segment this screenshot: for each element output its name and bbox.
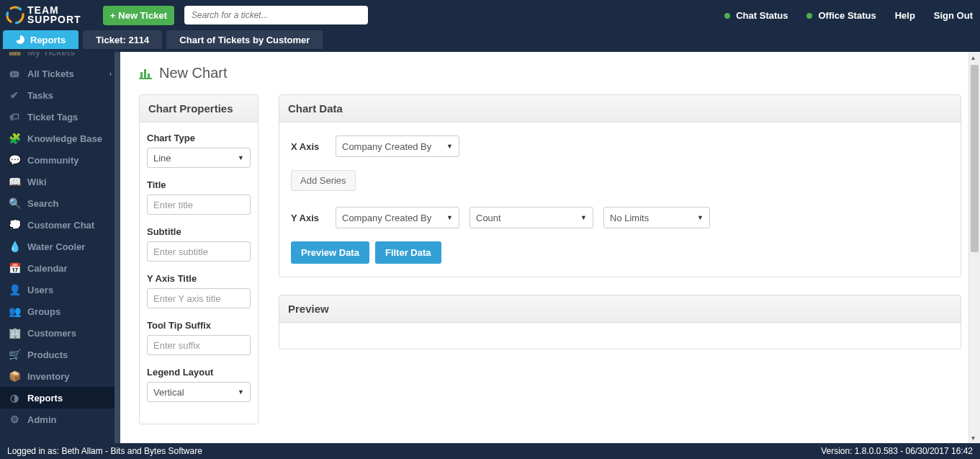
sign-out-link[interactable]: Sign Out xyxy=(934,10,973,21)
scroll-thumb[interactable] xyxy=(971,65,979,252)
box-icon: 📦 xyxy=(9,370,20,382)
sidebar-item-my-tickets[interactable]: 🎫My Tickets xyxy=(0,52,120,63)
yaxis-limit-select[interactable]: No Limits▼ xyxy=(603,207,710,228)
preview-data-button[interactable]: Preview Data xyxy=(291,241,369,264)
sidebar: 🎫My Tickets🎟All Tickets›✔Tasks🏷Ticket Ta… xyxy=(0,52,120,443)
content-scrollbar[interactable]: ▴ ▾ xyxy=(968,52,980,443)
office-status[interactable]: Office Status xyxy=(806,10,876,21)
sidebar-item-label: Reports xyxy=(27,393,63,404)
search-icon: 🔍 xyxy=(9,197,20,209)
help-link[interactable]: Help xyxy=(895,10,915,21)
sidebar-item-reports[interactable]: ◑Reports xyxy=(0,387,120,409)
tabs-bar: Reports Ticket: 2114 Chart of Tickets by… xyxy=(0,30,980,52)
chevron-down-icon: ▼ xyxy=(238,154,244,161)
page-title-row: New Chart xyxy=(139,65,961,81)
svg-rect-5 xyxy=(148,73,150,78)
sidebar-item-ticket-tags[interactable]: 🏷Ticket Tags xyxy=(0,106,120,128)
chart-data-panel: Chart Data X Axis Company Created By▼ Ad… xyxy=(279,94,961,277)
sidebar-item-water-cooler[interactable]: 💧Water Cooler xyxy=(0,236,120,257)
tab-reports[interactable]: Reports xyxy=(3,30,78,49)
sidebar-item-label: Inventory xyxy=(27,371,70,382)
search-input[interactable] xyxy=(184,6,368,24)
yaxis-field-select[interactable]: Company Created By▼ xyxy=(336,207,459,228)
sidebar-item-label: All Tickets xyxy=(27,68,74,79)
tab-chart[interactable]: Chart of Tickets by Customer xyxy=(166,30,323,49)
topbar: TEAM SUPPORT + New Ticket Chat Status Of… xyxy=(0,0,980,30)
sidebar-item-community[interactable]: 💬Community xyxy=(0,149,120,171)
svg-rect-4 xyxy=(144,69,146,78)
svg-rect-2 xyxy=(139,78,152,79)
sidebar-item-label: Search xyxy=(27,198,58,209)
sidebar-item-label: Customer Chat xyxy=(27,220,94,231)
cart-icon: 🛒 xyxy=(9,349,20,360)
sidebar-item-customers[interactable]: 🏢Customers xyxy=(0,322,120,344)
chat-status[interactable]: Chat Status xyxy=(724,10,788,21)
sidebar-item-calendar[interactable]: 📅Calendar xyxy=(0,257,120,279)
top-right-nav: Chat Status Office Status Help Sign Out xyxy=(724,10,973,21)
sidebar-item-label: Wiki xyxy=(27,177,47,187)
cal-icon: 📅 xyxy=(9,262,20,274)
chevron-down-icon: ▼ xyxy=(580,214,587,221)
sidebar-item-label: Customers xyxy=(27,328,76,339)
sidebar-item-all-tickets[interactable]: 🎟All Tickets› xyxy=(0,63,120,84)
sidebar-item-label: Products xyxy=(27,349,68,360)
content: New Chart Chart Properties Chart Type Li… xyxy=(120,52,980,443)
pie-icon: ◑ xyxy=(9,392,20,404)
sidebar-item-products[interactable]: 🛒Products xyxy=(0,344,120,365)
chart-type-label: Chart Type xyxy=(147,133,251,143)
chart-data-header: Chart Data xyxy=(279,95,961,122)
chart-type-select[interactable]: Line▼ xyxy=(147,148,251,168)
sidebar-item-users[interactable]: 👤Users xyxy=(0,279,120,300)
sidebar-item-groups[interactable]: 👥Groups xyxy=(0,300,120,322)
chevron-down-icon: ▼ xyxy=(446,143,453,150)
tickets-icon: 🎟 xyxy=(9,68,20,79)
yaxis-agg-select[interactable]: Count▼ xyxy=(469,207,593,228)
drop-icon: 💧 xyxy=(9,241,20,252)
plus-icon: + xyxy=(110,10,116,21)
building-icon: 🏢 xyxy=(9,327,20,339)
xaxis-field-select[interactable]: Company Created By▼ xyxy=(336,135,459,157)
svg-rect-3 xyxy=(140,72,143,78)
tab-ticket[interactable]: Ticket: 2114 xyxy=(83,30,162,49)
sidebar-item-knowledge-base[interactable]: 🧩Knowledge Base xyxy=(0,128,120,149)
tooltip-suffix-input[interactable] xyxy=(147,335,251,355)
legend-layout-select[interactable]: Vertical▼ xyxy=(147,382,251,402)
yaxis-label: Y Axis xyxy=(291,213,325,223)
title-input[interactable] xyxy=(147,195,251,215)
chevron-right-icon: › xyxy=(109,70,112,78)
subtitle-input[interactable] xyxy=(147,241,251,262)
gear-icon: ⚙ xyxy=(9,414,20,425)
sidebar-item-label: Ticket Tags xyxy=(27,112,78,122)
subtitle-label: Subtitle xyxy=(147,226,251,237)
status-dot-icon xyxy=(724,13,730,19)
sidebar-item-customer-chat[interactable]: 💭Customer Chat xyxy=(0,214,120,236)
sidebar-item-label: Knowledge Base xyxy=(27,133,102,144)
new-ticket-button[interactable]: + New Ticket xyxy=(103,6,174,25)
add-series-button[interactable]: Add Series xyxy=(291,170,356,191)
sidebar-item-tasks[interactable]: ✔Tasks xyxy=(0,84,120,106)
sidebar-item-wiki[interactable]: 📖Wiki xyxy=(0,171,120,192)
logo-text: TEAM SUPPORT xyxy=(27,6,81,24)
sidebar-item-admin[interactable]: ⚙Admin xyxy=(0,409,120,430)
sidebar-scrollbar[interactable] xyxy=(114,52,120,443)
filter-data-button[interactable]: Filter Data xyxy=(375,241,441,264)
book-icon: 📖 xyxy=(9,176,20,187)
footer-version: Version: 1.8.0.0.583 - 06/30/2017 16:42 xyxy=(821,446,973,456)
sidebar-item-label: Admin xyxy=(27,414,56,425)
main: 🎫My Tickets🎟All Tickets›✔Tasks🏷Ticket Ta… xyxy=(0,52,980,443)
bar-chart-icon xyxy=(139,68,152,79)
scroll-up-icon[interactable]: ▴ xyxy=(971,53,975,61)
sidebar-item-label: Groups xyxy=(27,306,60,317)
legend-layout-label: Legend Layout xyxy=(147,367,251,378)
footer-user: Logged in as: Beth Allam - Bits and Byte… xyxy=(7,446,202,456)
sidebar-item-inventory[interactable]: 📦Inventory xyxy=(0,365,120,387)
yaxis-title-input[interactable] xyxy=(147,288,251,308)
logo-icon xyxy=(6,6,24,24)
scroll-down-icon[interactable]: ▾ xyxy=(971,434,975,442)
yaxis-title-label: Y Axis Title xyxy=(147,273,251,284)
sidebar-item-search[interactable]: 🔍Search xyxy=(0,192,120,214)
ticket-icon: 🎫 xyxy=(9,52,20,58)
sidebar-item-label: Water Cooler xyxy=(27,241,85,252)
logo[interactable]: TEAM SUPPORT xyxy=(6,6,81,24)
group-icon: 👥 xyxy=(9,306,20,317)
